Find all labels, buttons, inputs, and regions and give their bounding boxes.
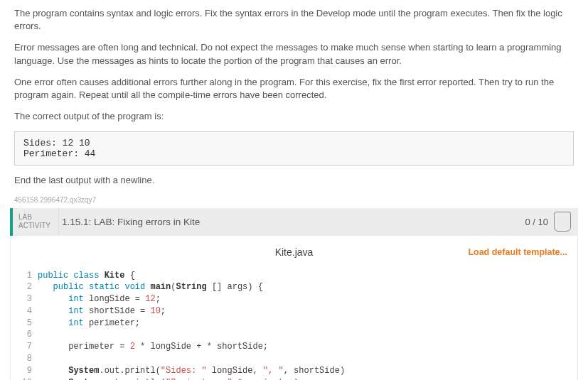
lab-title: 1.15.1: LAB: Fixing errors in Kite	[58, 208, 518, 236]
line-number-gutter: 1 2 3 4 5 6 7 8 9 10 11 12	[11, 270, 38, 381]
lab-score-area: 0 / 10	[518, 208, 578, 236]
activity-id: 456158.2996472.qx3zqy7	[0, 196, 588, 208]
instructions-paragraph: Error messages are often long and techni…	[14, 41, 574, 67]
code-editor-panel: Kite.java Load default template... 1 2 3…	[10, 236, 578, 381]
instructions-paragraph: The correct output of the program is:	[14, 110, 574, 123]
lab-tag-line2: ACTIVITY	[18, 222, 50, 230]
lab-tag-line1: LAB	[18, 213, 32, 222]
expected-output-box: Sides: 12 10 Perimeter: 44	[14, 131, 574, 165]
lab-score-text: 0 / 10	[525, 217, 548, 227]
file-name: Kite.java	[275, 246, 314, 258]
code-editor[interactable]: 1 2 3 4 5 6 7 8 9 10 11 12 public class …	[11, 268, 577, 381]
lab-header: LAB ACTIVITY 1.15.1: LAB: Fixing errors …	[10, 208, 578, 236]
instructions-paragraph: End the last output with a newline.	[14, 174, 574, 187]
editor-header: Kite.java Load default template...	[11, 236, 577, 268]
lab-activity-tag: LAB ACTIVITY	[13, 208, 58, 236]
code-content[interactable]: public class Kite { public static void m…	[38, 270, 577, 381]
instructions-paragraph: One error often causes additional errors…	[14, 76, 574, 102]
score-badge-icon	[554, 212, 571, 232]
instructions-paragraph: The program contains syntax and logic er…	[14, 7, 574, 33]
load-default-template-button[interactable]: Load default template...	[468, 247, 567, 257]
